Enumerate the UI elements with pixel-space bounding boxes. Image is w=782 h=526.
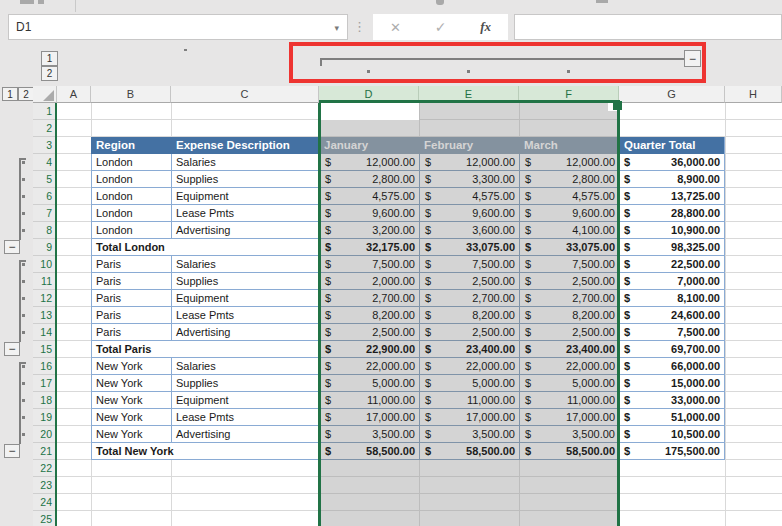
march-value-cell[interactable]: $9,600.00 (519, 205, 619, 222)
total-label-cell[interactable]: Total London (91, 239, 319, 256)
row-header-2[interactable]: 2 (33, 120, 57, 137)
february-value-cell[interactable]: $17,000.00 (419, 409, 519, 426)
region-cell[interactable]: Paris (91, 307, 171, 324)
total-label-cell[interactable]: Total New York (91, 443, 319, 460)
row-header-15[interactable]: 15 (33, 341, 57, 358)
active-cell-d1[interactable] (319, 103, 419, 120)
row-header-12[interactable]: 12 (33, 290, 57, 307)
quarter-total-cell[interactable]: $7,500.00 (619, 324, 725, 341)
row-header-18[interactable]: 18 (33, 392, 57, 409)
expense-description-cell[interactable]: Advertising (171, 324, 319, 341)
january-value-cell[interactable]: $22,900.00 (319, 341, 419, 358)
column-outline-level-1-button[interactable]: 1 (41, 51, 58, 66)
march-value-cell[interactable]: $3,500.00 (519, 426, 619, 443)
region-cell[interactable]: London (91, 205, 171, 222)
header-expense-description[interactable]: Expense Description (171, 137, 319, 154)
region-cell[interactable]: Paris (91, 290, 171, 307)
february-value-cell[interactable]: $33,075.00 (419, 239, 519, 256)
quarter-total-cell[interactable]: $10,900.00 (619, 222, 725, 239)
march-value-cell[interactable]: $58,500.00 (519, 443, 619, 460)
march-value-cell[interactable]: $2,700.00 (519, 290, 619, 307)
february-value-cell[interactable]: $12,000.00 (419, 154, 519, 171)
january-value-cell[interactable]: $32,175.00 (319, 239, 419, 256)
quarter-total-cell[interactable]: $98,325.00 (619, 239, 725, 256)
march-value-cell[interactable]: $11,000.00 (519, 392, 619, 409)
january-value-cell[interactable]: $22,000.00 (319, 358, 419, 375)
header-january[interactable]: January (319, 137, 419, 154)
january-value-cell[interactable]: $7,500.00 (319, 256, 419, 273)
march-value-cell[interactable]: $33,075.00 (519, 239, 619, 256)
expense-description-cell[interactable]: Supplies (171, 273, 319, 290)
expense-description-cell[interactable]: Salaries (171, 154, 319, 171)
march-value-cell[interactable]: $5,000.00 (519, 375, 619, 392)
region-cell[interactable]: London (91, 188, 171, 205)
january-value-cell[interactable]: $8,200.00 (319, 307, 419, 324)
january-value-cell[interactable]: $2,500.00 (319, 324, 419, 341)
quarter-total-cell[interactable]: $66,000.00 (619, 358, 725, 375)
row-header-9[interactable]: 9 (33, 239, 57, 256)
header-region[interactable]: Region (91, 137, 171, 154)
row-group-collapse-button-3[interactable]: − (4, 444, 20, 458)
march-value-cell[interactable]: $17,000.00 (519, 409, 619, 426)
region-cell[interactable]: London (91, 222, 171, 239)
row-header-24[interactable]: 24 (33, 494, 57, 511)
formula-input[interactable] (514, 14, 782, 40)
row-header-19[interactable]: 19 (33, 409, 57, 426)
header-february[interactable]: February (419, 137, 519, 154)
header-quarter-total[interactable]: Quarter Total (619, 137, 725, 154)
january-value-cell[interactable]: $4,575.00 (319, 188, 419, 205)
january-value-cell[interactable]: $17,000.00 (319, 409, 419, 426)
region-cell[interactable]: New York (91, 426, 171, 443)
row-group-collapse-button-1[interactable]: − (4, 240, 20, 254)
expense-description-cell[interactable]: Lease Pmts (171, 409, 319, 426)
row-header-21[interactable]: 21 (33, 443, 57, 460)
row-header-7[interactable]: 7 (33, 205, 57, 222)
expense-description-cell[interactable]: Equipment (171, 290, 319, 307)
row-header-4[interactable]: 4 (33, 154, 57, 171)
header-march[interactable]: March (519, 137, 619, 154)
quarter-total-cell[interactable]: $36,000.00 (619, 154, 725, 171)
row-header-10[interactable]: 10 (33, 256, 57, 273)
enter-icon[interactable]: ✓ (435, 19, 447, 35)
row-group-collapse-button-2[interactable]: − (4, 342, 20, 356)
expense-description-cell[interactable]: Advertising (171, 222, 319, 239)
expense-description-cell[interactable]: Supplies (171, 375, 319, 392)
january-value-cell[interactable]: $5,000.00 (319, 375, 419, 392)
january-value-cell[interactable]: $58,500.00 (319, 443, 419, 460)
february-value-cell[interactable]: $3,500.00 (419, 426, 519, 443)
march-value-cell[interactable]: $8,200.00 (519, 307, 619, 324)
march-value-cell[interactable]: $4,575.00 (519, 188, 619, 205)
name-box-dropdown-icon[interactable]: ▾ (334, 16, 339, 40)
quarter-total-cell[interactable]: $13,725.00 (619, 188, 725, 205)
march-value-cell[interactable]: $4,100.00 (519, 222, 619, 239)
cancel-icon[interactable]: ✕ (390, 20, 401, 35)
january-value-cell[interactable]: $11,000.00 (319, 392, 419, 409)
quarter-total-cell[interactable]: $69,700.00 (619, 341, 725, 358)
february-value-cell[interactable]: $4,575.00 (419, 188, 519, 205)
region-cell[interactable]: Paris (91, 273, 171, 290)
january-value-cell[interactable]: $3,500.00 (319, 426, 419, 443)
insert-function-icon[interactable]: fx (480, 19, 491, 35)
march-value-cell[interactable]: $2,800.00 (519, 171, 619, 188)
expense-description-cell[interactable]: Equipment (171, 188, 319, 205)
region-cell[interactable]: Paris (91, 256, 171, 273)
january-value-cell[interactable]: $2,800.00 (319, 171, 419, 188)
row-header-3[interactable]: 3 (33, 137, 57, 154)
row-header-11[interactable]: 11 (33, 273, 57, 290)
january-value-cell[interactable]: $12,000.00 (319, 154, 419, 171)
region-cell[interactable]: London (91, 154, 171, 171)
column-header-c[interactable]: C (171, 86, 319, 103)
row-outline-level-2-button[interactable]: 2 (18, 87, 34, 101)
quarter-total-cell[interactable]: $28,800.00 (619, 205, 725, 222)
row-header-20[interactable]: 20 (33, 426, 57, 443)
row-header-1[interactable]: 1 (33, 103, 57, 120)
region-cell[interactable]: Paris (91, 324, 171, 341)
march-value-cell[interactable]: $7,500.00 (519, 256, 619, 273)
row-outline-level-1-button[interactable]: 1 (2, 87, 18, 101)
region-cell[interactable]: New York (91, 358, 171, 375)
row-header-8[interactable]: 8 (33, 222, 57, 239)
quarter-total-cell[interactable]: $175,500.00 (619, 443, 725, 460)
february-value-cell[interactable]: $5,000.00 (419, 375, 519, 392)
row-header-23[interactable]: 23 (33, 477, 57, 494)
quarter-total-cell[interactable]: $24,600.00 (619, 307, 725, 324)
